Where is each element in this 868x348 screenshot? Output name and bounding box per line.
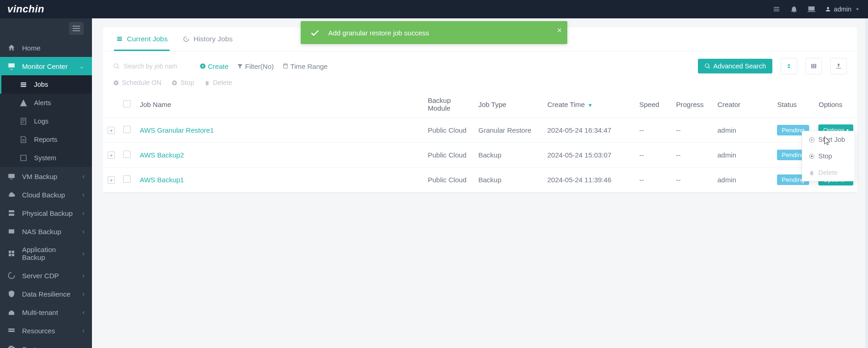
cell-type: Backup <box>474 168 543 192</box>
delete-button[interactable]: Delete <box>204 79 232 86</box>
system-icon <box>19 154 28 162</box>
col-speed[interactable]: Speed <box>635 91 672 118</box>
topbar-right: admin <box>772 5 861 13</box>
sidebar-item-cloud-backup[interactable]: Cloud Backup ‹ <box>0 185 92 204</box>
user-menu[interactable]: admin <box>825 6 861 13</box>
col-job-name[interactable]: Job Name <box>136 91 424 118</box>
sidebar-item-label: Cloud Backup <box>22 191 76 199</box>
tab-history-jobs[interactable]: History Jobs <box>181 28 234 51</box>
expand-row-button[interactable]: + <box>108 176 115 184</box>
col-backup-module[interactable]: Backup Module <box>424 91 474 118</box>
col-creator[interactable]: Creator <box>714 91 773 118</box>
cell-module: Public Cloud <box>424 168 474 192</box>
scrollbar[interactable] <box>865 18 868 348</box>
tool-link-label: Stop <box>180 79 194 86</box>
sidebar-item-resources[interactable]: Resources ‹ <box>0 321 92 340</box>
cell-speed: -- <box>635 168 672 192</box>
sidebar-subitem-logs[interactable]: Logs <box>0 112 92 130</box>
column-toggle-button[interactable] <box>805 58 822 74</box>
cell-creator: admin <box>714 168 773 192</box>
expand-row-button[interactable]: + <box>108 152 115 159</box>
search-icon <box>113 63 120 70</box>
sidebar-item-data-resilience[interactable]: Data Resilience ‹ <box>0 285 92 303</box>
advanced-search-button[interactable]: Advanced Search <box>698 59 772 73</box>
stop-icon <box>809 153 815 159</box>
dropdown-item-stop[interactable]: Stop <box>802 148 855 164</box>
button-label: Advanced Search <box>714 62 766 70</box>
sidebar-item-label: Home <box>22 44 85 52</box>
row-checkbox[interactable] <box>123 151 131 158</box>
sidebar-subitem-reports[interactable]: Reports <box>0 130 92 149</box>
expand-row-button[interactable]: + <box>108 127 115 134</box>
toast-close-button[interactable]: × <box>557 26 562 35</box>
topbar: vinchin admin <box>0 0 868 18</box>
tab-current-jobs[interactable]: Current Jobs <box>114 28 170 51</box>
sidebar-item-application-backup[interactable]: Application Backup ‹ <box>0 241 92 266</box>
sidebar-subitem-alerts[interactable]: Alerts <box>0 94 92 112</box>
create-button[interactable]: Create <box>200 62 228 70</box>
cell-type: Backup <box>474 143 543 168</box>
col-create-time[interactable]: Create Time <box>543 91 635 118</box>
table-row: + AWS Backup2 Public Cloud Backup 2024-0… <box>103 143 857 168</box>
dropdown-item-start-job[interactable]: Start Job <box>802 131 855 148</box>
chevron-left-icon: ‹ <box>82 209 85 217</box>
sidebar-item-label: Physical Backup <box>22 209 76 217</box>
job-name-link[interactable]: AWS Backup2 <box>140 151 184 159</box>
sidebar-item-multi-tenant[interactable]: Multi-tenant ‹ <box>0 303 92 321</box>
export-button[interactable] <box>830 58 847 74</box>
sidebar-subitem-jobs[interactable]: Jobs <box>0 75 92 94</box>
list-icon[interactable] <box>772 5 781 13</box>
schedule-on-button[interactable]: Schedule ON <box>113 79 161 86</box>
app-icon <box>7 249 16 258</box>
cell-progress: -- <box>672 118 714 143</box>
trash-icon <box>809 170 815 176</box>
sidebar-subitem-system[interactable]: System <box>0 149 92 167</box>
row-checkbox[interactable] <box>123 126 131 133</box>
sidebar-item-monitor-center[interactable]: Monitor Center ⌄ <box>0 57 92 75</box>
user-name: admin <box>834 6 851 13</box>
job-name-link[interactable]: AWS Backup1 <box>140 176 184 184</box>
search-input[interactable] <box>124 62 183 70</box>
jobs-icon <box>19 80 28 89</box>
stop-button[interactable]: Stop <box>171 79 194 86</box>
dropdown-item-label: Stop <box>818 152 832 160</box>
sidebar-item-physical-backup[interactable]: Physical Backup ‹ <box>0 204 92 222</box>
sidebar-item-vm-backup[interactable]: VM Backup ‹ <box>0 167 92 185</box>
sidebar-item-label: Jobs <box>34 81 85 88</box>
sidebar-item-nas-backup[interactable]: NAS Backup ‹ <box>0 222 92 241</box>
col-status[interactable]: Status <box>773 91 815 118</box>
sidebar-item-label: VM Backup <box>22 173 76 180</box>
stop-circle-icon <box>171 80 177 86</box>
play-circle-icon <box>113 80 119 86</box>
dropdown-item-delete: Delete <box>802 164 855 181</box>
jobs-panel: Current Jobs History Jobs Create Filter(… <box>103 28 857 192</box>
col-progress[interactable]: Progress <box>672 91 714 118</box>
sidebar-item-home[interactable]: Home <box>0 39 92 57</box>
chevron-left-icon: ‹ <box>82 309 85 316</box>
calendar-icon <box>282 63 289 69</box>
hamburger-icon <box>73 28 80 29</box>
checkmark-icon <box>310 28 320 38</box>
dropdown-item-label: Start Job <box>818 136 845 143</box>
job-name-link[interactable]: AWS Granular Restore1 <box>140 126 214 134</box>
cell-creator: admin <box>714 118 773 143</box>
trash-icon <box>204 80 210 86</box>
filter-button[interactable]: Filter(No) <box>237 62 274 70</box>
sidebar-item-system[interactable]: System ‹ <box>0 340 92 348</box>
sidebar-item-server-cdp[interactable]: Server CDP ‹ <box>0 266 92 285</box>
gear-icon <box>7 345 16 348</box>
filter-icon <box>237 63 243 69</box>
expand-all-button[interactable] <box>781 58 797 74</box>
sidebar-item-label: NAS Backup <box>22 228 76 236</box>
row-checkbox[interactable] <box>123 175 131 183</box>
sidebar-collapse-toggle[interactable] <box>0 18 92 39</box>
list-icon <box>116 35 123 43</box>
toolbar: Create Filter(No) Time Range Advanced Se… <box>103 51 857 79</box>
chevron-left-icon: ‹ <box>82 272 85 279</box>
sidebar-item-label: System <box>22 345 76 348</box>
time-range-button[interactable]: Time Range <box>282 62 328 70</box>
bell-icon[interactable] <box>790 5 798 13</box>
col-job-type[interactable]: Job Type <box>474 91 543 118</box>
select-all-checkbox[interactable] <box>123 100 131 107</box>
screen-icon[interactable] <box>807 5 816 13</box>
